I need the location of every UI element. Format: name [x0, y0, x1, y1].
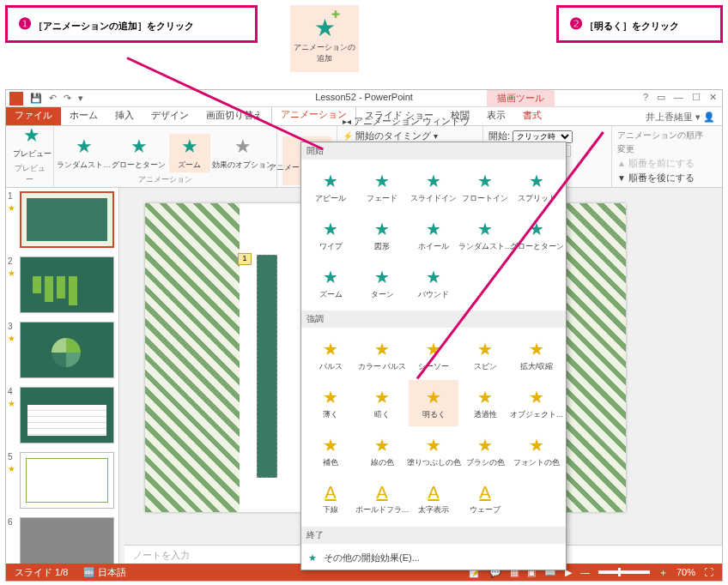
selected-shape[interactable] [257, 255, 277, 478]
thumb-6[interactable]: 6 [9, 517, 115, 567]
preview-button[interactable]: ★プレビュー [11, 123, 52, 161]
emphasis-カラー パルス[interactable]: ★カラー パルス [357, 332, 407, 378]
zoom-out-button[interactable]: — [580, 567, 590, 577]
callout-2-text: ［明るく］をクリック [585, 21, 679, 31]
slide-thumbnails: 1★ 2★ 3★ 4★ 5★ 6 [6, 188, 119, 567]
emphasis-塗りつぶしの色[interactable]: ★塗りつぶしの色 [409, 428, 458, 474]
zoom-level[interactable]: 70% [676, 567, 695, 577]
start-label: 開始: [488, 130, 510, 141]
qat-more-icon[interactable]: ▾ [78, 93, 83, 104]
thumb-5[interactable]: 5★ [9, 452, 115, 509]
emphasis-線の色[interactable]: ★線の色 [357, 428, 407, 474]
entrance-スライドイン[interactable]: ★スライドイン [409, 164, 458, 210]
callout-1-num: ❶ [18, 15, 32, 33]
entrance-アピール[interactable]: ★アピール [306, 164, 355, 210]
emphasis-明るく[interactable]: ★明るく [409, 380, 458, 426]
anim-zoom[interactable]: ★ズーム [169, 134, 210, 172]
minimize-icon[interactable]: — [674, 92, 683, 103]
maximize-icon[interactable]: ☐ [692, 92, 701, 103]
entrance-フロートイン[interactable]: ★フロートイン [460, 164, 510, 210]
tab-design[interactable]: デザイン [143, 106, 197, 125]
effect-options-button[interactable]: ★効果のオプション [215, 134, 271, 172]
emphasis-下線[interactable]: A下線 [306, 476, 355, 522]
entrance-スプリット[interactable]: ★スプリット [512, 164, 561, 210]
group-preview: プレビュー [11, 163, 48, 185]
anim-pane-button[interactable]: ▸◂ アニメーション ウィンドウ [343, 114, 477, 129]
powerpoint-icon [9, 92, 23, 106]
emphasis-暗く[interactable]: ★暗く [357, 380, 407, 426]
emphasis-ウェーブ[interactable]: Aウェーブ [460, 476, 510, 522]
tab-format[interactable]: 書式 [514, 106, 550, 125]
callout-2: ❷［明るく］をクリック [556, 5, 723, 43]
entrance-ランダムスト…[interactable]: ★ランダムスト… [460, 212, 510, 258]
emphasis-補色[interactable]: ★補色 [306, 428, 355, 474]
section-exit: 終了 [301, 527, 566, 544]
save-icon[interactable]: 💾 [30, 93, 42, 104]
contextual-tab-label: 描画ツール [487, 90, 555, 106]
thumb-3[interactable]: 3★ [9, 322, 115, 378]
emphasis-フォントの色[interactable]: ★フォントの色 [512, 428, 561, 474]
tab-home[interactable]: ホーム [61, 106, 106, 125]
close-icon[interactable]: ✕ [709, 92, 717, 103]
undo-icon[interactable]: ↶ [49, 93, 57, 104]
entrance-フェード[interactable]: ★フェード [357, 164, 407, 210]
callout-1-text: ［アニメーションの追加］をクリック [33, 21, 194, 31]
callout-2-num: ❷ [569, 15, 583, 33]
emphasis-太字表示[interactable]: A太字表示 [409, 476, 458, 522]
section-entrance: 開始 [301, 142, 566, 160]
fit-window-button[interactable]: ⛶ [704, 567, 713, 577]
more-emphasis-effects[interactable]: ★その他の強調効果(M)... [301, 569, 566, 570]
entrance-図形[interactable]: ★図形 [357, 212, 407, 258]
group-animation: アニメーション [59, 174, 271, 185]
emphasis-拡大/収縮[interactable]: ★拡大/収縮 [512, 332, 561, 378]
entrance-ホイール[interactable]: ★ホイール [409, 212, 458, 258]
emphasis-スピン[interactable]: ★スピン [460, 332, 510, 378]
emphasis-薄く[interactable]: ★薄く [306, 380, 355, 426]
leaf-pattern-left [145, 203, 240, 512]
emphasis-ボールドフラ…[interactable]: Aボールドフラ… [357, 476, 407, 522]
zoom-in-button[interactable]: ＋ [658, 566, 668, 579]
move-earlier-button[interactable]: ▲ 順番を前にする [617, 156, 710, 171]
redo-icon[interactable]: ↷ [64, 93, 71, 104]
tab-insert[interactable]: 挿入 [106, 106, 143, 125]
title-bar: 💾 ↶ ↷ ▾ Lesson52 - PowerPoint 描画ツール ? ▭ … [6, 90, 722, 107]
emphasis-パルス[interactable]: ★パルス [306, 332, 355, 378]
entrance-ターン[interactable]: ★ターン [357, 260, 407, 306]
animation-tag[interactable]: 1 [238, 253, 252, 265]
callout-1: ❶［アニメーションの追加］をクリック [5, 5, 258, 43]
entrance-バウンド[interactable]: ★バウンド [409, 260, 458, 306]
emphasis-透過性[interactable]: ★透過性 [460, 380, 510, 426]
anim-random[interactable]: ★ランダムスト… [59, 134, 109, 172]
emphasis-ブラシの色[interactable]: ★ブラシの色 [460, 428, 510, 474]
user-name[interactable]: 井上香緒里 ▾ 👤 [646, 111, 715, 124]
plus-icon: ✚ [331, 9, 340, 21]
slide-counter[interactable]: スライド 1/8 [15, 566, 68, 579]
language-button[interactable]: 🔤 日本語 [83, 566, 126, 579]
add-animation-label: アニメーションの追加 [290, 42, 359, 64]
quick-access-toolbar: 💾 ↶ ↷ ▾ [30, 93, 83, 104]
window-title: Lesson52 - PowerPoint [315, 92, 413, 102]
reorder-label: アニメーションの順序変更 [617, 129, 710, 156]
zoom-slider[interactable] [598, 570, 650, 574]
section-emphasis: 強調 [301, 311, 566, 328]
anim-glow[interactable]: ★グローとターン [114, 134, 164, 172]
more-entrance-effects[interactable]: ★その他の開始効果(E)... [301, 547, 566, 569]
emphasis-オブジェクト…[interactable]: ★オブジェクト… [512, 380, 561, 426]
ribbon-opts-icon[interactable]: ▭ [657, 92, 665, 103]
powerpoint-window: 💾 ↶ ↷ ▾ Lesson52 - PowerPoint 描画ツール ? ▭ … [5, 89, 723, 582]
thumb-4[interactable]: 4★ [9, 387, 115, 443]
tab-view[interactable]: 表示 [478, 106, 514, 125]
entrance-ズーム[interactable]: ★ズーム [306, 260, 355, 306]
help-icon[interactable]: ? [643, 92, 648, 103]
move-later-button[interactable]: ▼ 順番を後にする [617, 171, 710, 185]
thumb-2[interactable]: 2★ [9, 256, 115, 313]
thumb-1[interactable]: 1★ [9, 191, 115, 248]
entrance-ワイプ[interactable]: ★ワイプ [306, 212, 355, 258]
add-animation-highlight: ✚ ★ アニメーションの追加 [290, 5, 359, 72]
